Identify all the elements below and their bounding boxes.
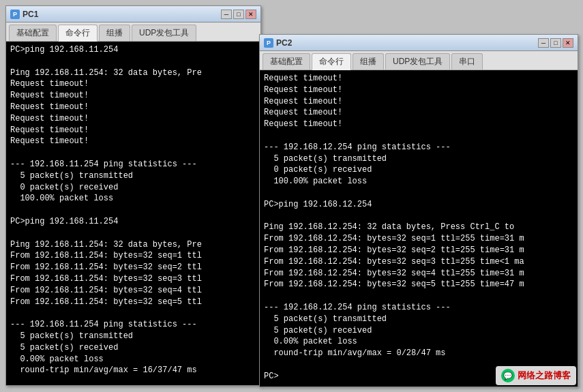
pc1-close-button[interactable]: ✕ [245,10,256,19]
pc1-controls: ─ □ ✕ [221,10,256,19]
pc1-icon: P [10,10,20,19]
pc2-tab-cmdline[interactable]: 命令行 [312,53,351,70]
pc1-tab-multicast[interactable]: 组播 [99,25,130,41]
pc1-title-bar: P PC1 ─ □ ✕ [6,6,260,22]
wechat-icon: 💬 [501,369,515,382]
pc2-title-bar: P PC2 ─ □ ✕ [260,35,578,51]
pc2-title-left: P PC2 [264,38,292,48]
pc1-tab-basic[interactable]: 基础配置 [9,25,57,41]
pc1-window: P PC1 ─ □ ✕ 基础配置 命令行 组播 UDP发包工具 PC>ping … [5,5,261,386]
pc2-close-button[interactable]: ✕ [563,38,573,48]
pc2-terminal[interactable]: Request timeout! Request timeout! Reques… [260,70,578,387]
pc2-maximize-button[interactable]: □ [550,38,561,48]
pc2-tab-bar: 基础配置 命令行 组播 UDP发包工具 串口 [260,51,578,70]
pc2-icon: P [264,38,273,48]
pc1-tab-udp[interactable]: UDP发包工具 [132,25,196,41]
pc1-tab-bar: 基础配置 命令行 组播 UDP发包工具 [6,22,260,42]
watermark: 💬 网络之路博客 [496,366,576,385]
pc2-tab-basic[interactable]: 基础配置 [263,53,310,70]
pc2-tab-udp[interactable]: UDP发包工具 [385,53,450,70]
pc2-tab-serial[interactable]: 串口 [451,53,483,70]
pc2-controls: ─ □ ✕ [538,38,573,48]
pc1-title: PC1 [23,10,38,19]
pc2-tab-multicast[interactable]: 组播 [353,53,384,70]
pc1-title-left: P PC1 [10,10,38,19]
pc2-title: PC2 [276,38,292,48]
pc1-maximize-button[interactable]: □ [233,10,244,19]
watermark-text: 网络之路博客 [518,370,571,382]
pc1-terminal[interactable]: PC>ping 192.168.11.254 Ping 192.168.11.2… [6,42,260,385]
pc1-tab-cmdline[interactable]: 命令行 [58,25,98,42]
pc1-minimize-button[interactable]: ─ [221,10,232,19]
pc2-minimize-button[interactable]: ─ [538,38,549,48]
pc2-window: P PC2 ─ □ ✕ 基础配置 命令行 组播 UDP发包工具 串口 Reque… [259,34,578,387]
